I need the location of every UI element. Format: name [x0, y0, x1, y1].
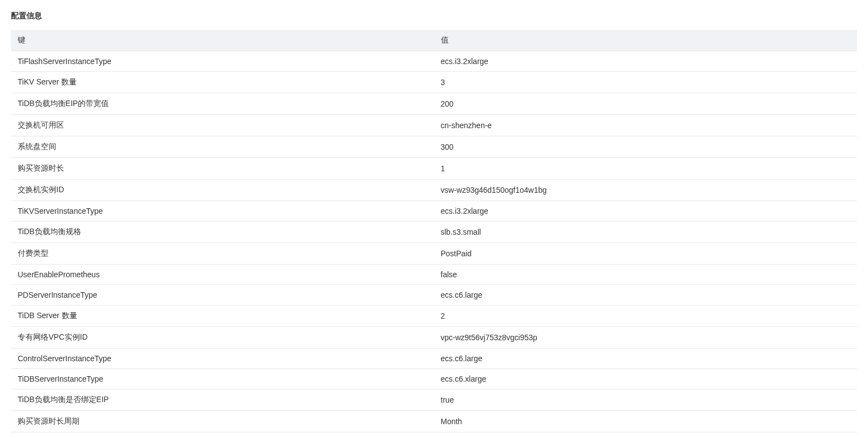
cell-key: TiDB负载均衡规格 [11, 221, 434, 243]
cell-key: TiKVServerInstanceType [11, 201, 434, 221]
cell-value: ecs.i3.2xlarge [434, 201, 858, 221]
table-row: TiDB Server 数量2 [11, 305, 857, 327]
cell-value: 1 [434, 158, 858, 180]
table-row: 交换机可用区cn-shenzhen-e [11, 115, 857, 136]
cell-value: vsw-wz93g46d150ogf1o4w1bg [434, 180, 858, 201]
table-row: ControlServerInstanceTypeecs.c6.large [11, 349, 857, 369]
cell-value: 200 [434, 93, 858, 115]
cell-value: vpc-wz9t56vj753z8vgci953p [434, 327, 858, 349]
config-section: 配置信息 键 值 TiFlashServerInstanceTypeecs.i3… [11, 11, 857, 438]
table-header-row: 键 值 [11, 30, 857, 51]
cell-key: 交换机可用区 [11, 115, 434, 136]
cell-key: TiDB负载均衡EIP的带宽值 [11, 93, 434, 115]
cell-value: 2 [434, 305, 858, 327]
table-row: 系统盘空间300 [11, 136, 857, 158]
cell-value: true [434, 389, 858, 411]
table-row: TiDBServerInstanceTypeecs.c6.xlarge [11, 369, 857, 389]
cell-key: 购买资源时长周期 [11, 411, 434, 432]
table-row: 付费类型PostPaid [11, 243, 857, 265]
cell-value: cn-shenzhen-e [434, 115, 858, 136]
cell-key: TiDBServerInstanceType [11, 369, 434, 389]
cell-value: PostPaid [434, 243, 858, 265]
table-row: 专有网络VPC实例IDvpc-wz9t56vj753z8vgci953p [11, 327, 857, 349]
cell-value: ecs.c6.large [434, 349, 858, 369]
cell-key: 系统盘空间 [11, 136, 434, 158]
cell-value: false [434, 265, 858, 285]
cell-key: ControlServerInstanceType [11, 349, 434, 369]
table-row: TiKVServerInstanceTypeecs.i3.2xlarge [11, 201, 857, 221]
cell-key: TiDB负载均衡是否绑定EIP [11, 389, 434, 411]
table-row: RegionIdcn-shenzhen [11, 432, 857, 439]
table-row: 购买资源时长周期Month [11, 411, 857, 432]
cell-key: TiKV Server 数量 [11, 72, 434, 93]
table-row: TiDB负载均衡是否绑定EIPtrue [11, 389, 857, 411]
cell-key: TiDB Server 数量 [11, 305, 434, 327]
header-value: 值 [434, 30, 858, 51]
cell-value: 3 [434, 72, 858, 93]
table-row: 交换机实例IDvsw-wz93g46d150ogf1o4w1bg [11, 180, 857, 201]
table-row: PDServerInstanceTypeecs.c6.large [11, 285, 857, 305]
cell-key: UserEnablePrometheus [11, 265, 434, 285]
table-row: TiKV Server 数量3 [11, 72, 857, 93]
cell-key: 专有网络VPC实例ID [11, 327, 434, 349]
cell-value: 300 [434, 136, 858, 158]
cell-value: ecs.c6.xlarge [434, 369, 858, 389]
table-row: UserEnablePrometheusfalse [11, 265, 857, 285]
cell-value: Month [434, 411, 858, 432]
cell-key: PDServerInstanceType [11, 285, 434, 305]
cell-key: 交换机实例ID [11, 180, 434, 201]
cell-value: slb.s3.small [434, 221, 858, 243]
cell-key: RegionId [11, 432, 434, 439]
cell-key: TiFlashServerInstanceType [11, 51, 434, 72]
section-title: 配置信息 [11, 11, 857, 21]
cell-value: ecs.i3.2xlarge [434, 51, 858, 72]
table-row: 购买资源时长1 [11, 158, 857, 180]
table-row: TiDB负载均衡规格slb.s3.small [11, 221, 857, 243]
cell-key: 付费类型 [11, 243, 434, 265]
cell-value: cn-shenzhen [434, 432, 858, 439]
cell-key: 购买资源时长 [11, 158, 434, 180]
table-row: TiDB负载均衡EIP的带宽值200 [11, 93, 857, 115]
table-row: TiFlashServerInstanceTypeecs.i3.2xlarge [11, 51, 857, 72]
cell-value: ecs.c6.large [434, 285, 858, 305]
config-table: 键 值 TiFlashServerInstanceTypeecs.i3.2xla… [11, 30, 857, 438]
header-key: 键 [11, 30, 434, 51]
